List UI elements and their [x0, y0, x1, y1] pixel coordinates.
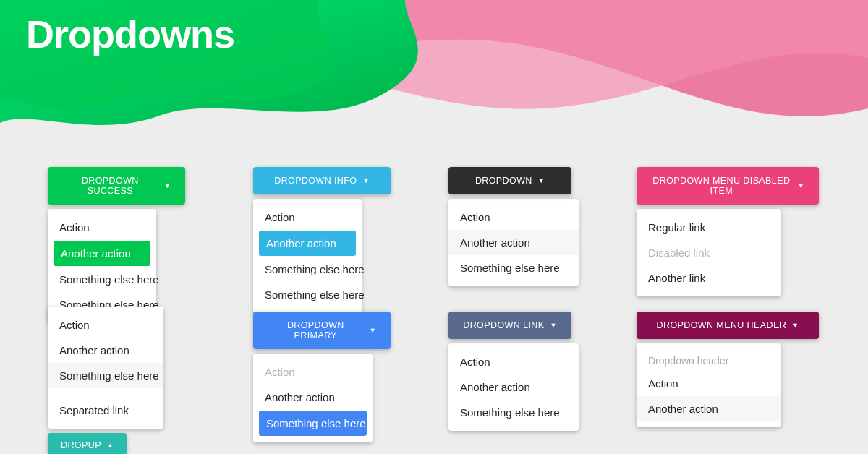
dropdown-link-button[interactable]: DROPDOWN LINK ▼ [448, 312, 571, 339]
dropdown-success-button[interactable]: DROPDOWN SUCCESS ▼ [48, 167, 185, 205]
dropdown-header-group: DROPDOWN MENU HEADER ▼ Dropdown header A… [637, 312, 825, 427]
menu-item[interactable]: Another action [48, 338, 163, 363]
dropdown-info-menu: Action Another action Something else her… [253, 199, 362, 313]
button-label: DROPDOWN SUCCESS [62, 176, 158, 196]
menu-item[interactable]: Another link [637, 265, 781, 291]
button-label: DROPDOWN MENU DISABLED ITEM [651, 176, 792, 196]
button-label: DROPDOWN LINK [463, 320, 544, 330]
menu-item[interactable]: Another action [448, 374, 579, 400]
dropdown-info-button[interactable]: DROPDOWN INFO ▼ [253, 167, 391, 194]
menu-item[interactable]: Something else here [48, 363, 163, 388]
caret-down-icon: ▼ [550, 322, 556, 329]
menu-item[interactable]: Something else here [253, 282, 362, 307]
menu-divider [48, 393, 163, 393]
menu-item[interactable]: Action [253, 205, 362, 230]
button-label: DROPDOWN PRIMARY [268, 320, 364, 340]
menu-item-disabled: Action [253, 359, 373, 385]
menu-item[interactable]: Something else here [253, 257, 362, 282]
dropdown-disabled-button[interactable]: DROPDOWN MENU DISABLED ITEM ▼ [637, 167, 819, 205]
caret-down-icon: ▼ [362, 178, 369, 184]
dropdown-primary-group: DROPDOWN PRIMARY ▼ Action Another action… [253, 312, 405, 442]
dropdown-header-menu: Dropdown header Action Another action [637, 343, 781, 427]
menu-item[interactable]: Action [448, 349, 579, 374]
dropup-menu: Action Another action Something else her… [48, 307, 163, 429]
menu-item[interactable]: Regular link [637, 215, 781, 240]
menu-header: Dropdown header [637, 349, 781, 371]
caret-down-icon: ▼ [370, 327, 376, 334]
menu-item[interactable]: Separated link [48, 398, 163, 423]
dropdown-header-button[interactable]: DROPDOWN MENU HEADER ▼ [637, 312, 819, 339]
menu-item[interactable]: Another action [637, 396, 781, 421]
dropdown-primary-menu: Action Another action Something else her… [253, 354, 373, 442]
button-label: DROPDOWN MENU HEADER [657, 320, 787, 330]
button-label: DROPUP [61, 440, 101, 450]
button-label: DROPDOWN [475, 176, 532, 186]
dropdown-primary-button[interactable]: DROPDOWN PRIMARY ▼ [253, 312, 391, 349]
dropup-button[interactable]: DROPUP ▲ [48, 433, 127, 454]
caret-down-icon: ▼ [538, 178, 545, 184]
menu-item[interactable]: Another action [253, 385, 373, 410]
dropdown-disabled-menu: Regular link Disabled link Another link [637, 209, 781, 296]
caret-down-icon: ▼ [798, 183, 804, 189]
dropdown-dark-menu: Action Another action Something else her… [448, 199, 579, 286]
menu-item[interactable]: Another action [448, 230, 579, 255]
menu-item-active[interactable]: Another action [54, 241, 150, 266]
dropdown-link-group: DROPDOWN LINK ▼ Action Another action So… [448, 312, 579, 431]
dropdown-info-group: DROPDOWN INFO ▼ Action Another action So… [253, 167, 405, 313]
caret-down-icon: ▼ [164, 183, 171, 189]
dropdown-dark-button[interactable]: DROPDOWN ▼ [448, 167, 571, 194]
menu-item[interactable]: Something else here [48, 267, 156, 292]
dropdown-link-menu: Action Another action Something else her… [448, 343, 579, 431]
caret-up-icon: ▲ [107, 442, 114, 449]
menu-item[interactable]: Action [48, 312, 163, 338]
menu-item-active[interactable]: Another action [259, 231, 356, 256]
menu-item[interactable]: Action [48, 215, 156, 240]
menu-item[interactable]: Something else here [448, 255, 579, 280]
menu-item-disabled: Disabled link [637, 240, 781, 265]
caret-down-icon: ▼ [792, 322, 799, 329]
button-label: DROPDOWN INFO [274, 176, 357, 186]
dropdown-disabled-group: DROPDOWN MENU DISABLED ITEM ▼ Regular li… [637, 167, 825, 296]
menu-item[interactable]: Action [448, 205, 579, 230]
dropdown-dark-group: DROPDOWN ▼ Action Another action Somethi… [448, 167, 579, 286]
menu-item[interactable]: Action [637, 371, 781, 396]
dropup-group: Action Another action Something else her… [48, 307, 171, 454]
menu-item-active[interactable]: Something else here [259, 411, 367, 436]
dropdown-success-group: DROPDOWN SUCCESS ▼ Action Another action… [48, 167, 200, 323]
menu-item[interactable]: Something else here [448, 400, 579, 425]
